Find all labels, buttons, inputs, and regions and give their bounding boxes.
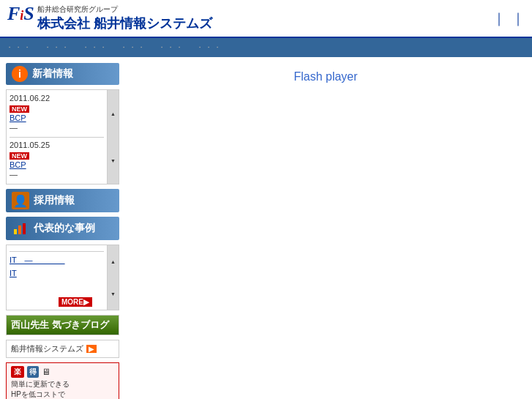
news-dash-2: — xyxy=(10,170,18,179)
news-link-1[interactable]: BCP xyxy=(10,113,104,122)
news-section-header: i 新着情報 xyxy=(6,63,119,85)
nav-item-6[interactable]: ・・・ xyxy=(196,42,222,53)
case-scroll-up-button[interactable]: ▲ xyxy=(108,245,119,277)
nav-item-1[interactable]: ・・・ xyxy=(6,42,32,53)
header-right-links: ｜ ｜ xyxy=(492,10,525,27)
news-badge-2: NEW xyxy=(10,152,29,160)
case-icon xyxy=(12,220,29,237)
blog-link-box[interactable]: 船井情報システムズ ▶ xyxy=(6,340,119,358)
news-section-label: 新着情報 xyxy=(32,67,73,81)
case-item-1[interactable]: IT — xyxy=(10,255,104,266)
company-name: 株式会社 船井情報システムズ xyxy=(37,15,212,32)
case-divider-top xyxy=(10,251,104,252)
flash-player-title: Flash player xyxy=(132,70,519,83)
ad-box[interactable]: 楽 得 🖥 簡単に更新できるHPを低コストで xyxy=(6,362,119,399)
news-box: 2011.06.22 NEW BCP — 2011.05.25 NEW BCP … xyxy=(6,89,119,184)
group-name: 船井総合研究所グループ xyxy=(37,4,212,15)
news-scroll-up-button[interactable]: ▲ xyxy=(108,90,119,137)
ad-text: 簡単に更新できるHPを低コストで xyxy=(11,379,114,399)
header-sep-2: ｜ xyxy=(512,10,525,27)
sidebar: i 新着情報 2011.06.22 NEW BCP — 2011.05.25 N… xyxy=(6,63,119,399)
news-divider-1 xyxy=(10,137,104,138)
content-area: Flash player xyxy=(125,63,526,399)
nav-item-3[interactable]: ・・・ xyxy=(82,42,108,53)
rakuten-badge: 楽 xyxy=(11,366,24,378)
news-link-2[interactable]: BCP xyxy=(10,160,104,169)
main-layout: i 新着情報 2011.06.22 NEW BCP — 2011.05.25 N… xyxy=(0,57,532,399)
svg-rect-2 xyxy=(23,223,26,234)
news-scroll-buttons: ▲ ▼ xyxy=(107,90,119,184)
ad-icon: 🖥 xyxy=(42,367,50,377)
logo[interactable]: FiS 船井総合研究所グループ 株式会社 船井情報システムズ xyxy=(7,4,212,32)
svg-rect-0 xyxy=(14,229,17,234)
news-date-1: 2011.06.22 xyxy=(10,94,50,102)
ad-badge-2: 得 xyxy=(27,366,39,378)
case-box: IT — IT MORE▶ ▲ ▼ xyxy=(6,245,119,310)
nav-item-5[interactable]: ・・・ xyxy=(158,42,184,53)
news-date-2: 2011.05.25 xyxy=(10,141,50,149)
blog-header-box[interactable]: 西山先生 気づきブログ xyxy=(6,315,119,335)
header-sep-1: ｜ xyxy=(492,10,506,27)
case-scroll-down-button[interactable]: ▼ xyxy=(108,277,119,310)
blog-link-label: 船井情報システムズ xyxy=(11,343,83,354)
news-icon: i xyxy=(12,66,28,82)
blog-arrow-icon: ▶ xyxy=(86,345,97,353)
case-section-label: 代表的な事例 xyxy=(34,222,95,235)
news-item-2: 2011.05.25 NEW BCP — xyxy=(10,140,104,179)
header: FiS 船井総合研究所グループ 株式会社 船井情報システムズ ｜ ｜ xyxy=(0,0,532,38)
ad-box-header: 楽 得 🖥 xyxy=(11,366,114,378)
more-button[interactable]: MORE▶ xyxy=(59,297,92,307)
nav-item-4[interactable]: ・・・ xyxy=(120,42,146,53)
case-item-2[interactable]: IT xyxy=(10,269,104,277)
news-dash-1: — xyxy=(10,123,18,132)
news-scroll-area[interactable]: 2011.06.22 NEW BCP — 2011.05.25 NEW BCP … xyxy=(7,90,119,184)
news-item-1: 2011.06.22 NEW BCP — xyxy=(10,93,104,133)
case-scroll-buttons: ▲ ▼ xyxy=(107,245,119,310)
recruit-section-label: 採用情報 xyxy=(34,194,75,207)
news-badge-1: NEW xyxy=(10,105,29,113)
blog-header-label: 西山先生 気づきブログ xyxy=(11,318,109,332)
fis-logo-icon: FiS xyxy=(7,4,34,23)
svg-rect-1 xyxy=(18,225,21,234)
recruit-section-header[interactable]: 👤 採用情報 xyxy=(6,189,119,212)
nav-item-2[interactable]: ・・・ xyxy=(44,42,70,53)
case-section-header: 代表的な事例 xyxy=(6,217,119,240)
news-scroll-down-button[interactable]: ▼ xyxy=(108,137,119,184)
recruit-icon: 👤 xyxy=(12,192,29,209)
navbar: ・・・ ・・・ ・・・ ・・・ ・・・ ・・・ xyxy=(0,38,532,57)
